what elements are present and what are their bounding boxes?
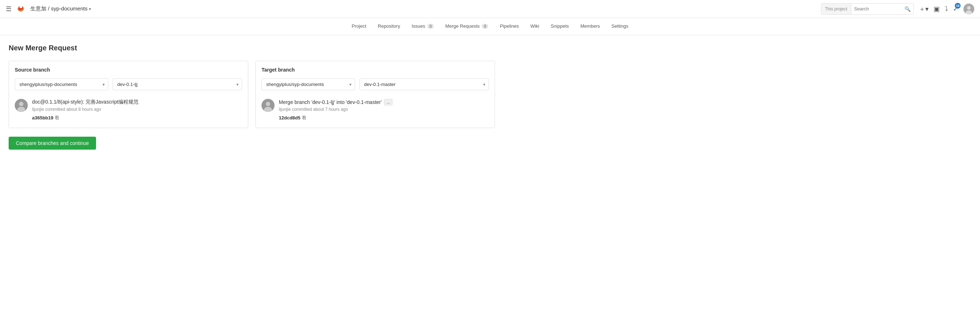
- brand-title[interactable]: 生意加 / syp-documents ▾: [30, 5, 91, 12]
- merge-requests-count-badge: 0: [482, 24, 488, 29]
- issues-count-badge: 0: [427, 24, 434, 29]
- search-project-label: This project: [821, 3, 851, 14]
- target-commit-hash: 12dcd8d5 ⎘: [279, 115, 489, 121]
- navbar-left: ☰ 生意加 / syp-documents ▾: [6, 3, 91, 15]
- merge-requests-nav-button[interactable]: ⤵: [945, 5, 948, 13]
- target-avatar-image: [262, 99, 275, 112]
- subnav-label-project: Project: [352, 23, 366, 29]
- search-input[interactable]: [851, 3, 902, 14]
- compare-branches-button[interactable]: Compare branches and continue: [9, 137, 96, 150]
- source-repo-select-wrapper: shengyiplus/syp-documents: [15, 78, 108, 90]
- subnav-label-merge-requests: Merge Requests: [445, 23, 480, 29]
- source-commit-message-text: doc@0.1.1/8(api-style): 完善Javascript编程规范: [32, 99, 138, 105]
- source-copy-icon[interactable]: ⎘: [56, 115, 58, 121]
- svg-point-1: [967, 6, 970, 10]
- subnav-label-pipelines: Pipelines: [500, 23, 519, 29]
- svg-point-7: [266, 102, 270, 106]
- ellipsis-badge[interactable]: ...: [384, 99, 393, 105]
- target-commit-time: committed about 7 hours ago: [292, 107, 348, 112]
- source-commit-details: doc@0.1.1/8(api-style): 完善Javascript编程规范…: [32, 99, 242, 121]
- top-navbar: ☰ 生意加 / syp-documents ▾ This project 🔍 ＋…: [0, 0, 980, 18]
- subnav-item-issues[interactable]: Issues 0: [406, 18, 440, 35]
- target-branch-select-wrapper: dev-0.1-masterdev-0.1-ljjmain: [360, 78, 489, 90]
- merge-request-icon: ⤵: [945, 5, 948, 13]
- target-commit-meta: lijunjie committed about 7 hours ago: [279, 107, 489, 112]
- source-commit-avatar: [15, 99, 28, 112]
- display-toggle-button[interactable]: ▣: [934, 5, 940, 13]
- hamburger-icon: ☰: [6, 5, 11, 13]
- subnav-item-repository[interactable]: Repository: [372, 18, 406, 35]
- subnav-label-issues: Issues: [412, 23, 425, 29]
- target-repo-select[interactable]: shengyiplus/syp-documents: [262, 78, 355, 90]
- subnav-item-settings[interactable]: Settings: [606, 18, 634, 35]
- brand-text: 生意加 / syp-documents: [30, 5, 88, 12]
- search-button[interactable]: 🔍: [902, 6, 913, 12]
- hamburger-button[interactable]: ☰: [6, 5, 11, 13]
- subnav-label-members: Members: [580, 23, 600, 29]
- page-title: New Merge Request: [9, 44, 495, 52]
- target-branch-select[interactable]: dev-0.1-masterdev-0.1-ljjmain: [360, 78, 489, 90]
- source-commit-author: lijunjie: [32, 107, 44, 112]
- target-hash-value: 12dcd8d5: [279, 115, 301, 121]
- source-commit-meta: lijunjie committed about 8 hours ago: [32, 107, 242, 112]
- target-commit-author: lijunjie: [279, 107, 291, 112]
- subnav-label-repository: Repository: [378, 23, 400, 29]
- target-branch-panel: Target branch shengyiplus/syp-documents …: [255, 61, 495, 128]
- target-copy-icon[interactable]: ⎘: [302, 115, 305, 121]
- target-commit-info: Merge branch 'dev-0.1-ljj' into 'dev-0.1…: [262, 97, 489, 122]
- target-repo-select-wrapper: shengyiplus/syp-documents: [262, 78, 355, 90]
- subnav: Project Repository Issues 0 Merge Reques…: [0, 18, 980, 35]
- create-new-button[interactable]: ＋▾: [919, 5, 929, 13]
- subnav-item-members[interactable]: Members: [574, 18, 606, 35]
- target-commit-details: Merge branch 'dev-0.1-ljj' into 'dev-0.1…: [279, 99, 489, 121]
- source-commit-info: doc@0.1.1/8(api-style): 完善Javascript编程规范…: [15, 97, 242, 122]
- source-avatar-image: [15, 99, 28, 112]
- subnav-item-wiki[interactable]: Wiki: [525, 18, 545, 35]
- source-hash-value: a365bb19: [32, 115, 53, 121]
- subnav-item-pipelines[interactable]: Pipelines: [494, 18, 525, 35]
- subnav-label-wiki: Wiki: [530, 23, 539, 29]
- target-branch-title: Target branch: [262, 67, 489, 73]
- avatar-image: [963, 3, 974, 14]
- source-branch-panel: Source branch shengyiplus/syp-documents …: [9, 61, 248, 128]
- display-icon: ▣: [934, 5, 940, 13]
- source-branch-select[interactable]: dev-0.1-ljjdev-0.1-mastermain: [113, 78, 242, 90]
- plus-icon: ＋▾: [919, 5, 929, 13]
- subnav-label-snippets: Snippets: [551, 23, 569, 29]
- search-box: This project 🔍: [821, 3, 914, 15]
- subnav-item-project[interactable]: Project: [346, 18, 372, 35]
- navbar-right: This project 🔍 ＋▾ ▣ ⤵ ✓ 18: [821, 3, 974, 15]
- todos-button[interactable]: ✓ 18: [953, 5, 958, 13]
- svg-point-4: [19, 102, 23, 106]
- target-commit-message: Merge branch 'dev-0.1-ljj' into 'dev-0.1…: [279, 99, 489, 105]
- target-commit-message-text: Merge branch 'dev-0.1-ljj' into 'dev-0.1…: [279, 99, 382, 105]
- user-avatar[interactable]: [963, 3, 974, 14]
- target-branch-selectors: shengyiplus/syp-documents dev-0.1-master…: [262, 78, 489, 90]
- subnav-item-snippets[interactable]: Snippets: [545, 18, 575, 35]
- source-commit-message: doc@0.1.1/8(api-style): 完善Javascript编程规范: [32, 99, 242, 105]
- source-commit-hash: a365bb19 ⎘: [32, 115, 242, 121]
- gitlab-logo: [15, 3, 27, 15]
- todos-badge: 18: [955, 3, 961, 9]
- brand-chevron: ▾: [89, 6, 91, 11]
- source-branch-selectors: shengyiplus/syp-documents dev-0.1-ljjdev…: [15, 78, 242, 90]
- main-content: New Merge Request Source branch shengyip…: [0, 35, 504, 158]
- source-commit-time: committed about 8 hours ago: [45, 107, 101, 112]
- source-branch-title: Source branch: [15, 67, 242, 73]
- subnav-label-settings: Settings: [611, 23, 628, 29]
- subnav-item-merge-requests[interactable]: Merge Requests 0: [440, 18, 494, 35]
- source-branch-select-wrapper: dev-0.1-ljjdev-0.1-mastermain: [113, 78, 242, 90]
- source-repo-select[interactable]: shengyiplus/syp-documents: [15, 78, 108, 90]
- branch-panels: Source branch shengyiplus/syp-documents …: [9, 61, 495, 128]
- target-commit-avatar: [262, 99, 275, 112]
